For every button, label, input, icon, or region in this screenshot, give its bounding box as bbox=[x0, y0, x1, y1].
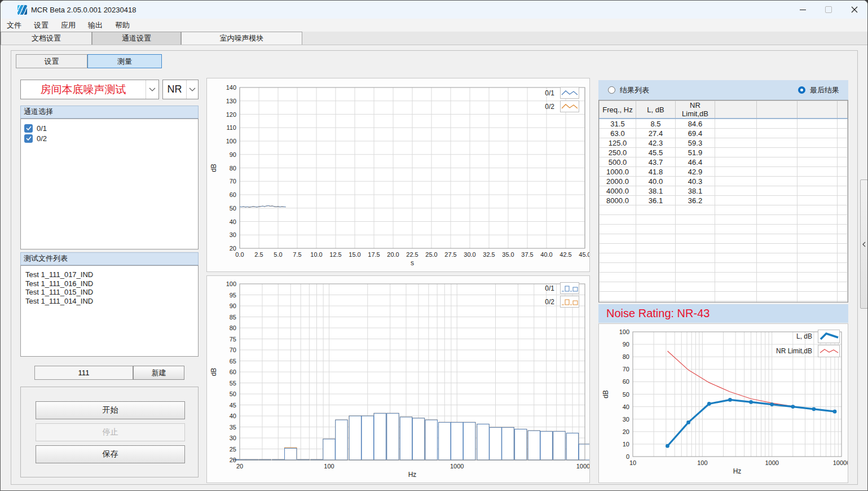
svg-text:60: 60 bbox=[230, 191, 236, 198]
svg-text:45.0: 45.0 bbox=[579, 251, 589, 258]
checkbox-checked-icon[interactable] bbox=[24, 134, 33, 143]
svg-text:70: 70 bbox=[230, 178, 236, 185]
table-empty-row bbox=[600, 273, 848, 282]
svg-text:95: 95 bbox=[230, 292, 236, 299]
menu-output[interactable]: 输出 bbox=[82, 19, 109, 32]
menu-application[interactable]: 应用 bbox=[55, 19, 82, 32]
file-list-item[interactable]: Test 1_111_015_IND bbox=[21, 288, 198, 297]
file-list-item[interactable]: Test 1_111_014_IND bbox=[21, 297, 198, 306]
legend-label: 0/1 bbox=[545, 89, 554, 97]
test-type-combo[interactable]: 房间本底噪声测试 bbox=[20, 80, 159, 99]
minimize-button[interactable] bbox=[790, 1, 816, 19]
legend-label: 0/2 bbox=[545, 103, 554, 111]
start-button[interactable]: 开始 bbox=[36, 401, 185, 419]
svg-text:0.0: 0.0 bbox=[235, 251, 244, 258]
svg-text:20: 20 bbox=[230, 457, 236, 463]
maximize-button[interactable] bbox=[816, 1, 841, 19]
table-row[interactable]: 31.58.584.6 bbox=[600, 119, 848, 129]
svg-text:40: 40 bbox=[623, 404, 629, 410]
table-row[interactable]: 8000.036.136.2 bbox=[600, 196, 848, 205]
svg-text:10: 10 bbox=[623, 441, 629, 448]
menu-help[interactable]: 帮助 bbox=[109, 19, 136, 32]
radio-last-result[interactable] bbox=[798, 86, 805, 94]
tab-indoor-noise-module[interactable]: 室内噪声模块 bbox=[181, 32, 302, 45]
svg-text:30: 30 bbox=[230, 435, 236, 441]
svg-text:100: 100 bbox=[226, 138, 236, 144]
thick-line-series-icon bbox=[818, 330, 840, 343]
table-row[interactable]: 1000.041.842.9 bbox=[600, 167, 848, 177]
checkbox-checked-icon[interactable] bbox=[24, 124, 33, 133]
test-name-input[interactable] bbox=[34, 366, 133, 380]
channel-row-0-2[interactable]: 0/2 bbox=[21, 133, 198, 143]
menu-settings[interactable]: 设置 bbox=[28, 19, 55, 32]
svg-text:100: 100 bbox=[697, 459, 707, 466]
svg-text:80: 80 bbox=[623, 353, 629, 360]
table-empty-row bbox=[600, 205, 848, 215]
panel-collapse-handle[interactable] bbox=[860, 179, 868, 309]
close-icon bbox=[851, 6, 858, 13]
svg-text:100: 100 bbox=[619, 328, 629, 335]
svg-text:10.0: 10.0 bbox=[310, 251, 322, 258]
test-type-dropdown-arrow[interactable] bbox=[146, 80, 158, 99]
rating-type-dropdown-arrow[interactable] bbox=[186, 80, 198, 99]
table-row[interactable]: 500.043.746.4 bbox=[600, 157, 848, 167]
table-row[interactable]: 63.027.469.4 bbox=[600, 129, 848, 138]
svg-text:40.0: 40.0 bbox=[540, 251, 552, 258]
svg-text:70: 70 bbox=[230, 347, 236, 353]
bar-series-icon bbox=[560, 296, 579, 308]
spectrum-chart: 2025303540455055606570758085909510020100… bbox=[207, 276, 589, 483]
table-row[interactable]: 4000.038.138.1 bbox=[600, 186, 848, 196]
svg-text:120: 120 bbox=[226, 111, 236, 118]
results-table-container: Freq., Hz L, dB NR Limit,dB 31.58.584.6 … bbox=[598, 100, 848, 303]
svg-text:12.5: 12.5 bbox=[329, 251, 341, 258]
svg-text:5.0: 5.0 bbox=[274, 251, 282, 258]
svg-text:20.0: 20.0 bbox=[387, 251, 399, 258]
svg-text:17.5: 17.5 bbox=[368, 251, 380, 258]
rating-type-combo[interactable]: NR bbox=[162, 80, 199, 99]
close-button[interactable] bbox=[841, 1, 867, 19]
channel-row-0-1[interactable]: 0/1 bbox=[21, 123, 198, 133]
svg-text:37.5: 37.5 bbox=[521, 251, 533, 258]
svg-text:20: 20 bbox=[623, 428, 629, 435]
svg-text:dB: dB bbox=[210, 164, 218, 172]
thin-line-series-icon bbox=[818, 345, 840, 357]
svg-text:Hz: Hz bbox=[733, 467, 742, 475]
table-row[interactable]: 125.042.359.3 bbox=[600, 138, 848, 148]
test-files-list: Test 1_111_017_IND Test 1_111_016_IND Te… bbox=[20, 265, 199, 357]
svg-text:50: 50 bbox=[230, 205, 236, 212]
new-button[interactable]: 新建 bbox=[133, 366, 184, 380]
table-row[interactable]: 2000.040.040.3 bbox=[600, 177, 848, 186]
svg-text:100: 100 bbox=[226, 280, 236, 287]
svg-text:7.5: 7.5 bbox=[293, 251, 301, 258]
rating-type-value: NR bbox=[163, 80, 186, 99]
file-list-item[interactable]: Test 1_111_016_IND bbox=[21, 279, 198, 288]
channel-list: 0/1 0/2 bbox=[20, 119, 199, 249]
nr-chart-legend: L, dB NR Limit,dB bbox=[776, 330, 840, 357]
save-button[interactable]: 保存 bbox=[36, 445, 185, 463]
radio-last-result-label[interactable]: 最后结果 bbox=[810, 85, 839, 95]
radio-results-list-label[interactable]: 结果列表 bbox=[620, 85, 649, 95]
subtab-settings[interactable]: 设置 bbox=[16, 54, 87, 68]
subtab-measure[interactable]: 测量 bbox=[87, 54, 162, 68]
svg-text:22.5: 22.5 bbox=[406, 251, 418, 258]
menu-file[interactable]: 文件 bbox=[1, 19, 28, 32]
legend-label: L, dB bbox=[796, 332, 812, 340]
table-empty-row bbox=[600, 215, 848, 225]
table-row[interactable]: 250.045.551.9 bbox=[600, 148, 848, 157]
file-list-item[interactable]: Test 1_111_017_IND bbox=[21, 270, 198, 279]
bar-series-icon bbox=[560, 282, 579, 294]
radio-results-list[interactable] bbox=[608, 86, 615, 94]
tab-document-settings[interactable]: 文档设置 bbox=[1, 32, 92, 45]
test-files-header: 测试文件列表 bbox=[20, 252, 199, 265]
svg-text:80: 80 bbox=[230, 325, 236, 331]
channel-select-header: 通道选择 bbox=[20, 106, 199, 119]
tab-channel-settings[interactable]: 通道设置 bbox=[92, 32, 181, 45]
svg-text:70: 70 bbox=[623, 366, 629, 372]
window-title: MCR Beta 2.05.0.001 20230418 bbox=[31, 6, 136, 14]
table-empty-row bbox=[600, 263, 848, 273]
svg-text:2.5: 2.5 bbox=[254, 251, 263, 258]
svg-text:90: 90 bbox=[623, 341, 629, 348]
svg-text:30.0: 30.0 bbox=[464, 251, 475, 258]
time-chart-legend: 0/1 0/2 bbox=[545, 87, 579, 112]
svg-text:27.5: 27.5 bbox=[444, 251, 456, 258]
